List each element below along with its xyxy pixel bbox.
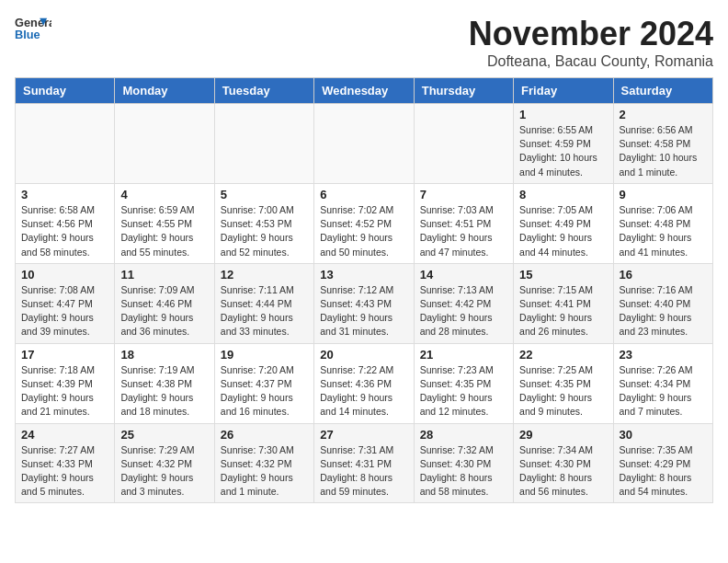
day-number: 30	[620, 428, 707, 442]
day-number: 2	[620, 108, 707, 121]
day-info: Sunrise: 7:27 AM Sunset: 4:33 PM Dayligh…	[21, 443, 108, 500]
day-info: Sunrise: 7:13 AM Sunset: 4:42 PM Dayligh…	[420, 283, 507, 339]
day-number: 21	[420, 348, 507, 362]
day-info: Sunrise: 7:35 AM Sunset: 4:29 PM Dayligh…	[620, 443, 707, 500]
calendar-cell: 16Sunrise: 7:16 AM Sunset: 4:40 PM Dayli…	[613, 263, 712, 343]
day-number: 13	[320, 268, 407, 282]
day-number: 7	[420, 188, 507, 201]
day-info: Sunrise: 7:25 AM Sunset: 4:35 PM Dayligh…	[519, 363, 607, 419]
day-info: Sunrise: 6:58 AM Sunset: 4:56 PM Dayligh…	[21, 203, 108, 259]
title-area: November 2024 Dofteana, Bacau County, Ro…	[469, 15, 713, 70]
col-header-sunday: Sunday	[16, 78, 115, 104]
calendar-cell: 30Sunrise: 7:35 AM Sunset: 4:29 PM Dayli…	[613, 423, 712, 503]
calendar-cell: 22Sunrise: 7:25 AM Sunset: 4:35 PM Dayli…	[514, 343, 613, 423]
day-number: 3	[21, 188, 108, 201]
day-info: Sunrise: 7:31 AM Sunset: 4:31 PM Dayligh…	[320, 443, 407, 500]
day-info: Sunrise: 7:06 AM Sunset: 4:48 PM Dayligh…	[620, 203, 707, 259]
day-info: Sunrise: 7:05 AM Sunset: 4:49 PM Dayligh…	[519, 203, 607, 259]
day-number: 15	[519, 268, 607, 282]
day-number: 18	[120, 348, 208, 362]
calendar-cell	[16, 104, 115, 184]
calendar-cell: 11Sunrise: 7:09 AM Sunset: 4:46 PM Dayli…	[115, 263, 214, 343]
month-title: November 2024	[469, 15, 713, 53]
col-header-friday: Friday	[514, 78, 613, 104]
calendar-cell: 28Sunrise: 7:32 AM Sunset: 4:30 PM Dayli…	[414, 423, 513, 503]
day-info: Sunrise: 7:03 AM Sunset: 4:51 PM Dayligh…	[420, 203, 507, 259]
col-header-wednesday: Wednesday	[314, 78, 414, 104]
calendar-cell: 8Sunrise: 7:05 AM Sunset: 4:49 PM Daylig…	[514, 183, 613, 263]
day-number: 19	[221, 348, 308, 362]
calendar-cell: 25Sunrise: 7:29 AM Sunset: 4:32 PM Dayli…	[115, 423, 214, 503]
day-info: Sunrise: 7:12 AM Sunset: 4:43 PM Dayligh…	[320, 283, 407, 339]
calendar-cell: 7Sunrise: 7:03 AM Sunset: 4:51 PM Daylig…	[414, 183, 513, 263]
header: General Blue November 2024 Dofteana, Bac…	[15, 15, 713, 70]
calendar-table: SundayMondayTuesdayWednesdayThursdayFrid…	[15, 77, 713, 503]
day-number: 4	[120, 188, 208, 201]
location-subtitle: Dofteana, Bacau County, Romania	[469, 53, 713, 70]
day-info: Sunrise: 7:22 AM Sunset: 4:36 PM Dayligh…	[320, 363, 407, 419]
day-info: Sunrise: 7:00 AM Sunset: 4:53 PM Dayligh…	[221, 203, 308, 259]
logo: General Blue	[15, 15, 51, 42]
logo-icon: General Blue	[15, 15, 51, 42]
day-info: Sunrise: 7:18 AM Sunset: 4:39 PM Dayligh…	[21, 363, 108, 419]
week-row-5: 24Sunrise: 7:27 AM Sunset: 4:33 PM Dayli…	[16, 423, 713, 503]
calendar-cell: 21Sunrise: 7:23 AM Sunset: 4:35 PM Dayli…	[414, 343, 513, 423]
day-info: Sunrise: 7:09 AM Sunset: 4:46 PM Dayligh…	[120, 283, 208, 339]
day-number: 17	[21, 348, 108, 362]
week-row-2: 3Sunrise: 6:58 AM Sunset: 4:56 PM Daylig…	[16, 183, 713, 263]
calendar-cell: 13Sunrise: 7:12 AM Sunset: 4:43 PM Dayli…	[314, 263, 414, 343]
calendar-cell: 23Sunrise: 7:26 AM Sunset: 4:34 PM Dayli…	[613, 343, 712, 423]
calendar-cell: 27Sunrise: 7:31 AM Sunset: 4:31 PM Dayli…	[314, 423, 414, 503]
calendar-cell: 6Sunrise: 7:02 AM Sunset: 4:52 PM Daylig…	[314, 183, 414, 263]
calendar-cell: 24Sunrise: 7:27 AM Sunset: 4:33 PM Dayli…	[16, 423, 115, 503]
day-info: Sunrise: 7:29 AM Sunset: 4:32 PM Dayligh…	[120, 443, 208, 500]
calendar-cell: 19Sunrise: 7:20 AM Sunset: 4:37 PM Dayli…	[214, 343, 313, 423]
col-header-saturday: Saturday	[613, 78, 712, 104]
col-header-monday: Monday	[115, 78, 214, 104]
calendar-cell: 14Sunrise: 7:13 AM Sunset: 4:42 PM Dayli…	[414, 263, 513, 343]
day-info: Sunrise: 7:08 AM Sunset: 4:47 PM Dayligh…	[21, 283, 108, 339]
day-info: Sunrise: 6:55 AM Sunset: 4:59 PM Dayligh…	[519, 123, 607, 179]
calendar-cell: 15Sunrise: 7:15 AM Sunset: 4:41 PM Dayli…	[514, 263, 613, 343]
day-number: 25	[120, 428, 208, 442]
calendar-cell: 10Sunrise: 7:08 AM Sunset: 4:47 PM Dayli…	[16, 263, 115, 343]
calendar-cell: 26Sunrise: 7:30 AM Sunset: 4:32 PM Dayli…	[214, 423, 313, 503]
day-number: 28	[420, 428, 507, 442]
week-row-3: 10Sunrise: 7:08 AM Sunset: 4:47 PM Dayli…	[16, 263, 713, 343]
day-number: 12	[221, 268, 308, 282]
day-number: 23	[620, 348, 707, 362]
col-header-tuesday: Tuesday	[214, 78, 313, 104]
svg-text:Blue: Blue	[15, 28, 40, 41]
day-info: Sunrise: 7:15 AM Sunset: 4:41 PM Dayligh…	[519, 283, 607, 339]
day-info: Sunrise: 7:02 AM Sunset: 4:52 PM Dayligh…	[320, 203, 407, 259]
day-number: 29	[519, 428, 607, 442]
day-info: Sunrise: 7:16 AM Sunset: 4:40 PM Dayligh…	[620, 283, 707, 339]
day-number: 5	[221, 188, 308, 201]
day-number: 9	[620, 188, 707, 201]
day-info: Sunrise: 7:26 AM Sunset: 4:34 PM Dayligh…	[620, 363, 707, 419]
day-number: 16	[620, 268, 707, 282]
calendar-cell: 4Sunrise: 6:59 AM Sunset: 4:55 PM Daylig…	[115, 183, 214, 263]
calendar-cell: 1Sunrise: 6:55 AM Sunset: 4:59 PM Daylig…	[514, 104, 613, 184]
day-number: 8	[519, 188, 607, 201]
col-header-thursday: Thursday	[414, 78, 513, 104]
day-number: 26	[221, 428, 308, 442]
day-info: Sunrise: 7:20 AM Sunset: 4:37 PM Dayligh…	[221, 363, 308, 419]
day-number: 1	[519, 108, 607, 121]
calendar-cell	[214, 104, 313, 184]
calendar-cell: 20Sunrise: 7:22 AM Sunset: 4:36 PM Dayli…	[314, 343, 414, 423]
day-number: 27	[320, 428, 407, 442]
week-row-1: 1Sunrise: 6:55 AM Sunset: 4:59 PM Daylig…	[16, 104, 713, 184]
week-row-4: 17Sunrise: 7:18 AM Sunset: 4:39 PM Dayli…	[16, 343, 713, 423]
calendar-cell: 12Sunrise: 7:11 AM Sunset: 4:44 PM Dayli…	[214, 263, 313, 343]
day-number: 6	[320, 188, 407, 201]
calendar-header-row: SundayMondayTuesdayWednesdayThursdayFrid…	[16, 78, 713, 104]
calendar-cell: 3Sunrise: 6:58 AM Sunset: 4:56 PM Daylig…	[16, 183, 115, 263]
calendar-cell: 17Sunrise: 7:18 AM Sunset: 4:39 PM Dayli…	[16, 343, 115, 423]
day-info: Sunrise: 7:23 AM Sunset: 4:35 PM Dayligh…	[420, 363, 507, 419]
day-info: Sunrise: 7:11 AM Sunset: 4:44 PM Dayligh…	[221, 283, 308, 339]
calendar-cell: 9Sunrise: 7:06 AM Sunset: 4:48 PM Daylig…	[613, 183, 712, 263]
day-number: 14	[420, 268, 507, 282]
calendar-cell: 5Sunrise: 7:00 AM Sunset: 4:53 PM Daylig…	[214, 183, 313, 263]
day-number: 20	[320, 348, 407, 362]
